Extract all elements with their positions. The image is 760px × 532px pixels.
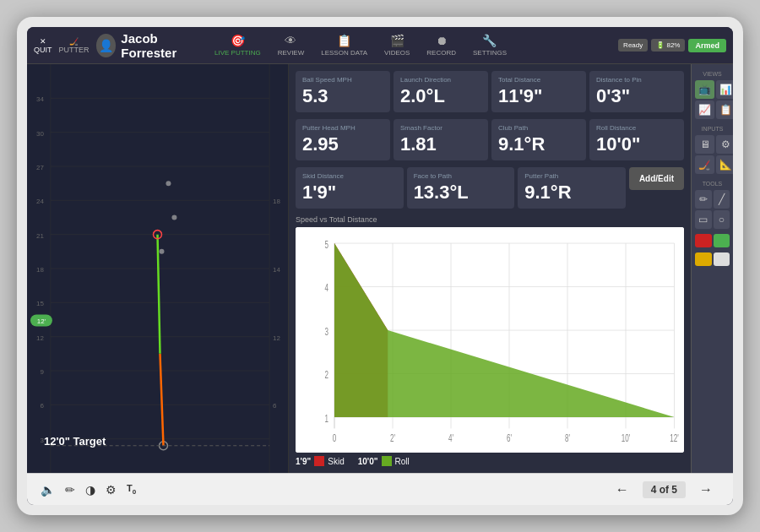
- svg-text:12': 12': [670, 432, 678, 444]
- avatar: 👤: [96, 34, 117, 57]
- svg-text:1: 1: [325, 412, 328, 425]
- header-left: ✕ QUIT 🏒 PUTTER 👤 Jacob Forrester: [34, 31, 203, 60]
- chart-svg: 5 4 3 2 1 0 2' 4' 6' 8' 10' 12: [296, 227, 684, 453]
- svg-text:34: 34: [36, 95, 44, 103]
- status-armed: Armed: [688, 39, 726, 52]
- svg-rect-65: [382, 456, 392, 466]
- metric-face-to-path: Face to Path 13.3°L: [407, 167, 515, 209]
- svg-text:3: 3: [325, 325, 328, 338]
- roll-color-box: [382, 456, 392, 466]
- sidebar-tools: ✏ ╱ ▭ ○: [695, 190, 730, 229]
- videos-icon: 🎬: [390, 34, 404, 47]
- nav-review[interactable]: 👁 REVIEW: [271, 32, 312, 58]
- metrics-row-3: Skid Distance 1'9" Face to Path 13.3°L P…: [289, 164, 691, 212]
- sidebar-tool-line[interactable]: ╱: [714, 190, 730, 209]
- svg-text:18: 18: [36, 266, 44, 274]
- sidebar-color-white[interactable]: [714, 252, 730, 266]
- svg-text:5: 5: [325, 238, 328, 251]
- viz-panel: 34 30 27 24 21 18 15 12 9 6 3 18 14: [27, 64, 289, 473]
- metric-roll-distance: Roll Distance 10'0": [589, 119, 684, 160]
- sidebar-color-red[interactable]: [695, 234, 712, 247]
- svg-text:24: 24: [36, 198, 44, 205]
- skid-color-box: [314, 456, 324, 466]
- svg-text:6: 6: [40, 402, 44, 410]
- svg-point-30: [171, 214, 176, 220]
- putter-icon: 🏒: [69, 37, 79, 46]
- sidebar-inputs: 🖥 ⚙ 🏒 📐: [695, 135, 730, 174]
- user-name: Jacob Forrester: [121, 31, 203, 60]
- header-bar: ✕ QUIT 🏒 PUTTER 👤 Jacob Forrester 🎯 LIVE…: [27, 27, 733, 64]
- svg-text:10': 10': [622, 432, 630, 444]
- next-button[interactable]: →: [692, 479, 719, 501]
- volume-icon: 🔈: [41, 483, 55, 497]
- svg-text:0: 0: [333, 432, 336, 444]
- nav-record[interactable]: ⏺ RECORD: [420, 32, 463, 58]
- nav-live-putting[interactable]: 🎯 LIVE PUTTING: [208, 32, 268, 58]
- network-button[interactable]: ⚙: [106, 483, 117, 497]
- settings-icon: 🔧: [482, 34, 497, 47]
- svg-text:2': 2': [390, 432, 395, 444]
- sidebar-input-2[interactable]: ⚙: [716, 135, 733, 154]
- sidebar-view-1[interactable]: 📺: [695, 80, 714, 99]
- sidebar-views: 📺 📊 📈 📋: [695, 80, 730, 119]
- svg-text:4': 4': [448, 432, 453, 444]
- sidebar-input-3[interactable]: 🏒: [695, 155, 714, 174]
- viz-canvas: 34 30 27 24 21 18 15 12 9 6 3 18 14: [27, 64, 288, 473]
- header-nav: 🎯 LIVE PUTTING 👁 REVIEW 📋 LESSON DATA 🎬 …: [208, 32, 513, 58]
- sidebar-tool-pen[interactable]: ✏: [695, 190, 712, 209]
- chart-legend: 1'9" Skid 10'0" Roll: [296, 453, 684, 470]
- sidebar-view-4[interactable]: 📋: [716, 100, 733, 119]
- legend-roll: 10'0" Roll: [358, 456, 410, 466]
- sidebar-tool-rect[interactable]: ▭: [695, 210, 712, 229]
- roll-label: Roll: [395, 457, 410, 466]
- svg-text:9: 9: [40, 368, 44, 376]
- metric-putter-path: Putter Path 9.1°R: [518, 167, 626, 209]
- svg-text:27: 27: [36, 164, 44, 171]
- prev-button[interactable]: ←: [609, 479, 636, 501]
- svg-text:4: 4: [325, 281, 328, 294]
- metric-smash-factor: Smash Factor 1.81: [394, 119, 488, 160]
- battery-icon: 🔋: [656, 41, 665, 49]
- sidebar-input-1[interactable]: 🖥: [695, 135, 714, 154]
- nav-videos[interactable]: 🎬 VIDEOS: [377, 32, 416, 58]
- sidebar-input-4[interactable]: 📐: [716, 155, 733, 174]
- bottom-toolbar: 🔈 ✏ ◑ ⚙ T0 ← 4 of 5 →: [27, 473, 733, 505]
- data-panel: Ball Speed MPH 5.3 Launch Direction 2.0°…: [289, 64, 691, 473]
- quit-button[interactable]: ✕ QUIT: [34, 37, 52, 54]
- target-label: 12'0" Target: [44, 435, 106, 448]
- sidebar-tool-circle[interactable]: ○: [714, 210, 730, 229]
- putt-path-svg: 34 30 27 24 21 18 15 12 9 6 3 18 14: [27, 64, 288, 473]
- svg-text:21: 21: [36, 232, 44, 240]
- metrics-row-1: Ball Speed MPH 5.3 Launch Direction 2.0°…: [289, 64, 691, 119]
- metric-ball-speed: Ball Speed MPH 5.3: [296, 71, 390, 112]
- add-edit-button[interactable]: Add/Edit: [629, 167, 684, 190]
- pencil-icon: ✏: [65, 483, 75, 497]
- live-putting-icon: 🎯: [231, 34, 245, 47]
- lesson-data-icon: 📋: [337, 34, 351, 47]
- status-section: Ready 🔋 82% Armed: [618, 39, 726, 52]
- sidebar-color-green[interactable]: [714, 234, 730, 247]
- nav-lesson-data[interactable]: 📋 LESSON DATA: [314, 32, 374, 58]
- device-frame: ✕ QUIT 🏒 PUTTER 👤 Jacob Forrester 🎯 LIVE…: [17, 17, 743, 515]
- svg-text:8': 8': [565, 432, 570, 444]
- sidebar-view-2[interactable]: 📊: [716, 80, 733, 99]
- t0-button[interactable]: T0: [127, 483, 136, 496]
- volume-button[interactable]: 🔈: [41, 483, 55, 497]
- contrast-button[interactable]: ◑: [85, 483, 95, 497]
- sidebar-view-3[interactable]: 📈: [695, 100, 714, 119]
- edit-button[interactable]: ✏: [65, 483, 75, 497]
- roll-value: 10'0": [358, 457, 378, 466]
- sidebar-color-yellow[interactable]: [695, 252, 712, 266]
- close-icon: ✕: [40, 37, 46, 46]
- putter-button[interactable]: 🏒 PUTTER: [59, 37, 90, 54]
- metrics-row-2: Putter Head MPH 2.95 Smash Factor 1.81 C…: [289, 119, 691, 160]
- chart-container: 5 4 3 2 1 0 2' 4' 6' 8' 10' 12: [296, 227, 684, 453]
- svg-text:14: 14: [273, 266, 280, 274]
- nav-settings[interactable]: 🔧 SETTINGS: [466, 32, 513, 58]
- main-content: 34 30 27 24 21 18 15 12 9 6 3 18 14: [27, 64, 733, 473]
- svg-point-31: [159, 249, 164, 254]
- svg-text:12: 12: [36, 334, 44, 342]
- user-section: 👤 Jacob Forrester: [96, 31, 204, 60]
- device-screen: ✕ QUIT 🏒 PUTTER 👤 Jacob Forrester 🎯 LIVE…: [27, 27, 733, 505]
- svg-text:12: 12: [273, 334, 280, 342]
